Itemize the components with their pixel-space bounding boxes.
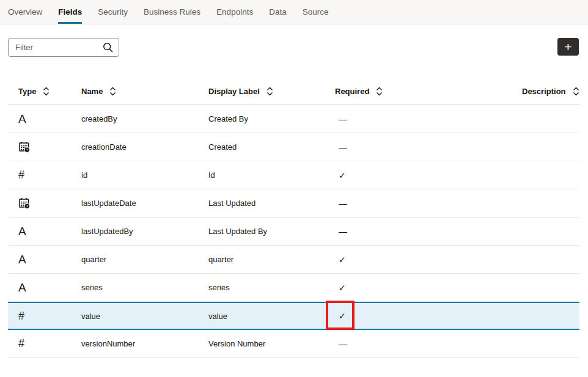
type-cell: [8, 141, 81, 153]
display-label-cell: Last Updated: [208, 199, 335, 208]
text-type-icon: A: [18, 281, 26, 295]
type-cell: [8, 197, 81, 209]
table-row[interactable]: A lastUpdatedBy Last Updated By —: [8, 218, 579, 246]
sort-icon: [109, 87, 116, 96]
display-label-cell: Last Updated By: [208, 227, 335, 236]
table-row[interactable]: creationDate Created —: [8, 133, 579, 161]
search-icon: [103, 42, 113, 53]
name-cell: series: [81, 283, 208, 292]
table-row[interactable]: # versionNumber Version Number —: [8, 330, 579, 358]
column-header-label: Required: [335, 87, 369, 96]
sort-icon: [43, 87, 50, 96]
name-cell: value: [81, 312, 208, 321]
text-type-icon: A: [18, 225, 26, 238]
datetime-type-icon: [18, 141, 30, 153]
column-header-type[interactable]: Type: [8, 87, 81, 96]
type-cell: #: [8, 310, 81, 323]
number-type-icon: #: [18, 310, 24, 323]
required-cell: —: [335, 114, 463, 124]
datetime-type-icon: [18, 197, 30, 209]
display-label-cell: series: [208, 283, 335, 292]
column-header-label: Name: [81, 87, 103, 96]
name-cell: versionNumber: [81, 339, 208, 348]
column-header-label: Type: [18, 87, 36, 96]
filter-field-wrap: [8, 38, 119, 57]
display-label-cell: Version Number: [208, 339, 335, 348]
sort-icon: [266, 87, 273, 96]
type-cell: #: [8, 169, 81, 181]
table-row[interactable]: A createdBy Created By —: [8, 105, 579, 133]
fields-table: Type Name Display Label Required: [8, 78, 579, 358]
add-field-button[interactable]: +: [557, 38, 579, 56]
type-cell: A: [8, 253, 81, 266]
table-row[interactable]: A quarter quarter ✓: [8, 246, 579, 274]
tab-fields[interactable]: Fields: [58, 0, 82, 24]
tab-endpoints[interactable]: Endpoints: [216, 0, 253, 24]
column-header-required[interactable]: Required: [335, 87, 463, 96]
type-cell: A: [8, 281, 81, 295]
column-header-label: Display Label: [208, 87, 260, 96]
column-header-display-label[interactable]: Display Label: [208, 87, 335, 96]
table-row[interactable]: A series series ✓: [8, 274, 579, 302]
tab-source[interactable]: Source: [303, 0, 329, 24]
required-cell: ✓: [335, 283, 463, 293]
required-cell: ✓: [335, 311, 463, 321]
display-label-cell: Created By: [208, 114, 335, 123]
tab-security[interactable]: Security: [98, 0, 128, 24]
required-check-icon: ✓: [339, 170, 346, 180]
sort-icon: [573, 87, 579, 96]
number-type-icon: #: [18, 169, 24, 181]
required-cell: ✓: [335, 255, 463, 265]
column-header-label: Description: [522, 87, 566, 96]
number-type-icon: #: [18, 337, 24, 350]
tab-data[interactable]: Data: [269, 0, 287, 24]
name-cell: quarter: [81, 255, 208, 264]
not-required-dash-icon: —: [339, 227, 347, 236]
column-header-name[interactable]: Name: [81, 87, 208, 96]
column-header-description[interactable]: Description: [463, 87, 579, 96]
display-label-cell: quarter: [208, 255, 335, 264]
required-cell: ✓: [335, 170, 463, 180]
name-cell: createdBy: [81, 114, 208, 123]
required-cell: —: [335, 227, 463, 236]
table-row[interactable]: lastUpdateDate Last Updated —: [8, 189, 579, 218]
not-required-dash-icon: —: [339, 114, 347, 124]
name-cell: lastUpdatedBy: [81, 227, 208, 236]
tab-overview[interactable]: Overview: [8, 0, 42, 24]
name-cell: creationDate: [81, 142, 208, 152]
required-cell: —: [335, 339, 463, 349]
name-cell: lastUpdateDate: [81, 199, 208, 208]
not-required-dash-icon: —: [339, 142, 347, 152]
type-cell: A: [8, 225, 81, 238]
tab-business-rules[interactable]: Business Rules: [144, 0, 200, 24]
not-required-dash-icon: —: [339, 199, 347, 208]
type-cell: #: [8, 337, 81, 350]
text-type-icon: A: [18, 112, 26, 126]
display-label-cell: value: [208, 312, 335, 321]
display-label-cell: Created: [208, 142, 335, 152]
sort-icon: [376, 87, 383, 96]
required-cell: —: [335, 142, 463, 152]
table-row-selected[interactable]: # value value ✓: [8, 302, 579, 330]
not-required-dash-icon: —: [339, 339, 347, 349]
required-cell: —: [335, 199, 463, 208]
table-row[interactable]: # id Id ✓: [8, 161, 579, 189]
required-check-icon: ✓: [339, 255, 346, 265]
tab-bar: Overview Fields Security Business Rules …: [0, 0, 588, 24]
text-type-icon: A: [18, 253, 26, 266]
name-cell: id: [81, 170, 208, 180]
type-cell: A: [8, 112, 81, 126]
table-header-row: Type Name Display Label Required: [8, 78, 579, 105]
required-check-icon: ✓: [339, 311, 346, 321]
display-label-cell: Id: [208, 170, 335, 180]
fields-page: Overview Fields Security Business Rules …: [0, 0, 588, 377]
required-check-icon: ✓: [339, 283, 346, 293]
